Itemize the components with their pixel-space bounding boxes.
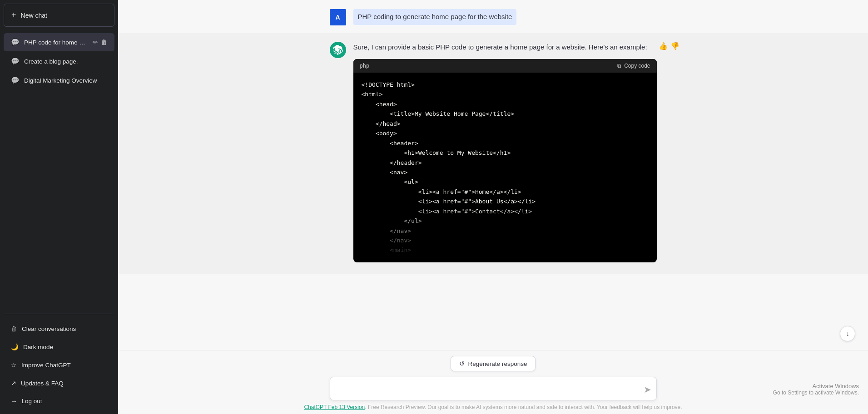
user-message-text: PHP coding to generate home page for the… [353, 9, 517, 25]
assistant-message-row: Sure, I can provide a basic PHP code to … [118, 33, 868, 274]
new-chat-button[interactable]: + New chat [4, 4, 114, 27]
copy-code-button[interactable]: ⧉ Copy code [617, 63, 650, 69]
regenerate-button[interactable]: ↺ Regenerate response [451, 356, 536, 371]
sidebar-item-clear[interactable]: 🗑 Clear conversations [4, 320, 114, 337]
thumbs-up-button[interactable]: 👍 [659, 42, 668, 50]
sidebar-chat-item[interactable]: 💬 Digital Marketing Overview [4, 71, 114, 89]
input-row: ➤ [330, 377, 657, 400]
chat-icon: 💬 [11, 76, 20, 84]
sidebar-item-dark[interactable]: 🌙 Dark mode [4, 338, 114, 355]
logout-icon: → [11, 398, 17, 404]
thumbs-down-button[interactable]: 👎 [670, 42, 680, 50]
user-avatar: A [330, 9, 346, 25]
regen-icon: ↺ [459, 360, 465, 367]
code-block: php ⧉ Copy code <!DOCTYPE html> <html> <… [353, 59, 657, 262]
sidebar-chat-item[interactable]: 💬 Create a blog page. [4, 52, 114, 70]
sidebar-item-updates[interactable]: ↗ Updates & FAQ [4, 375, 114, 392]
sidebar-item-improve[interactable]: ☆ Improve ChatGPT [4, 356, 114, 374]
dark-icon: 🌙 [11, 343, 19, 350]
user-message-row: A PHP coding to generate home page for t… [118, 0, 868, 33]
chat-list: 💬 PHP code for home pag ✏ 🗑 💬 Create a b… [0, 30, 118, 310]
assistant-avatar [330, 42, 346, 58]
code-lang: php [360, 63, 370, 69]
send-button[interactable]: ➤ [644, 384, 651, 395]
code-text: <!DOCTYPE html> <html> <head> <title>My … [362, 80, 649, 255]
improve-icon: ☆ [11, 361, 17, 369]
improve-label: Improve ChatGPT [21, 362, 71, 369]
chat-actions: ✏ 🗑 [93, 39, 107, 46]
chat-icon: 💬 [11, 57, 20, 65]
copy-icon: ⧉ [617, 63, 621, 69]
assistant-text: Sure, I can provide a basic PHP code to … [353, 42, 657, 53]
chat-label: Create a blog page. [24, 58, 107, 65]
dark-label: Dark mode [23, 344, 53, 350]
assistant-message-inner: Sure, I can provide a basic PHP code to … [330, 42, 657, 267]
delete-chat-button[interactable]: 🗑 [101, 39, 107, 46]
chat-input[interactable] [330, 377, 657, 400]
sidebar-chat-item[interactable]: 💬 PHP code for home pag ✏ 🗑 [4, 33, 114, 51]
sidebar-item-logout[interactable]: → Log out [4, 393, 114, 409]
chat-label: Digital Marketing Overview [24, 77, 107, 84]
code-block-body: <!DOCTYPE html> <html> <head> <title>My … [353, 73, 657, 262]
assistant-text-block: Sure, I can provide a basic PHP code to … [353, 42, 657, 267]
updates-label: Updates & FAQ [21, 380, 64, 387]
clear-label: Clear conversations [22, 325, 76, 332]
regen-btn-row: ↺ Regenerate response [451, 356, 536, 371]
updates-icon: ↗ [11, 380, 16, 387]
user-message-inner: A PHP coding to generate home page for t… [330, 9, 657, 25]
footer-text: ChatGPT Feb 13 Version. Free Research Pr… [304, 404, 682, 410]
footer-description: . Free Research Preview. Our goal is to … [365, 404, 682, 410]
chat-icon: 💬 [11, 38, 20, 46]
footer-link[interactable]: ChatGPT Feb 13 Version [304, 404, 365, 410]
clear-icon: 🗑 [11, 325, 17, 332]
feedback-icons: 👍 👎 [659, 42, 680, 50]
logout-label: Log out [22, 398, 42, 404]
regen-label: Regenerate response [468, 360, 527, 367]
edit-chat-button[interactable]: ✏ [93, 39, 98, 46]
sidebar: + New chat 💬 PHP code for home pag ✏ 🗑 💬… [0, 0, 118, 414]
plus-icon: + [11, 10, 16, 20]
chat-content: A PHP coding to generate home page for t… [118, 0, 868, 350]
chat-label: PHP code for home pag [24, 39, 88, 46]
new-chat-label: New chat [21, 12, 47, 19]
copy-label: Copy code [624, 63, 650, 69]
sidebar-bottom: 🗑 Clear conversations 🌙 Dark mode ☆ Impr… [0, 318, 118, 414]
sidebar-divider [4, 314, 114, 314]
main-panel: A PHP coding to generate home page for t… [118, 0, 868, 414]
code-block-header: php ⧉ Copy code [353, 59, 657, 73]
scroll-down-button[interactable]: ↓ [840, 326, 855, 341]
bottom-bar: ↺ Regenerate response ➤ ChatGPT Feb 13 V… [118, 350, 868, 414]
